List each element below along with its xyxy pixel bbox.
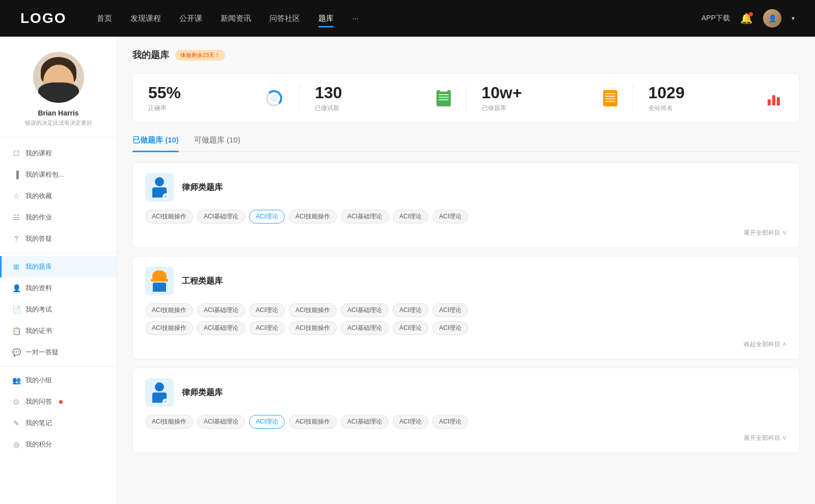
eng-tag-r1-4[interactable]: ACI基础理论 — [341, 303, 389, 317]
question-circle-icon: ? — [12, 235, 20, 243]
eng-tag-r1-6[interactable]: ACI理论 — [432, 303, 468, 317]
nav-home[interactable]: 首页 — [97, 12, 112, 25]
l2-tag-0[interactable]: ACI技能操作 — [145, 415, 193, 429]
app-download-btn[interactable]: APP下载 — [701, 14, 730, 23]
quiz-tags-lawyer-1: ACI技能操作 ACI基础理论 ACI理论 ACI技能操作 ACI基础理论 AC… — [145, 210, 787, 223]
sidebar-item-homework[interactable]: ☷ 我的作业 — [0, 207, 117, 228]
stat-rank: 1029 全站排名 — [633, 84, 799, 113]
nav-more[interactable]: ··· — [352, 12, 359, 25]
eng-tag-r2-0[interactable]: ACI技能操作 — [145, 321, 193, 335]
sidebar-item-1on1[interactable]: 💬 一对一答疑 — [0, 342, 117, 363]
sidebar-item-favorites[interactable]: ☆ 我的收藏 — [0, 185, 117, 207]
l2-tag-3[interactable]: ACI技能操作 — [289, 415, 337, 429]
sidebar: Brian Harris 错误的决定比没有决定要好 ☐ 我的课程 ▐ 我的课程包… — [0, 37, 117, 504]
notification-dot — [749, 12, 753, 16]
avatar-body — [38, 82, 79, 103]
eng-tag-r2-1[interactable]: ACI基础理论 — [197, 321, 245, 335]
quiz-card-lawyer-2-title: 律师类题库 — [182, 387, 223, 398]
sidebar-profile: Brian Harris 错误的决定比没有决定要好 — [0, 52, 117, 137]
eng-tag-r2-4[interactable]: ACI基础理论 — [341, 321, 389, 335]
certificate-icon: 📋 — [12, 327, 20, 335]
nav-news[interactable]: 新闻资讯 — [221, 12, 251, 25]
expand-btn-lawyer-2[interactable]: 展开全部科目 ∨ — [744, 434, 787, 442]
stat-banks-value: 10w+ — [482, 84, 595, 102]
file-icon: ☐ — [12, 149, 20, 157]
header: LOGO 首页 发现课程 公开课 新闻资讯 问答社区 题库 ··· APP下载 … — [0, 0, 815, 37]
tag-1[interactable]: ACI基础理论 — [197, 210, 245, 223]
engineer-icon — [145, 267, 174, 295]
quiz-tags-engineer-row1: ACI技能操作 ACI基础理论 ACI理论 ACI技能操作 ACI基础理论 AC… — [145, 303, 787, 317]
page-body: Brian Harris 错误的决定比没有决定要好 ☐ 我的课程 ▐ 我的课程包… — [0, 37, 815, 504]
sidebar-item-exams[interactable]: 📄 我的考试 — [0, 299, 117, 320]
sidebar-item-profile-data[interactable]: 👤 我的资料 — [0, 277, 117, 299]
sidebar-item-points[interactable]: ◎ 我的积分 — [0, 434, 117, 455]
eng-tag-r1-0[interactable]: ACI技能操作 — [145, 303, 193, 317]
avatar[interactable]: 👤 — [763, 9, 781, 27]
page-header: 我的题库 体验剩余23天！ — [132, 49, 800, 61]
tag-3[interactable]: ACI技能操作 — [289, 210, 337, 223]
tag-0[interactable]: ACI技能操作 — [145, 210, 193, 223]
stat-banks-label: 已做题库 — [482, 104, 595, 113]
quiz-card-engineer-header: 工程类题库 — [145, 267, 787, 295]
profile-avatar — [33, 52, 84, 103]
stat-accuracy: 55% 正确率 — [133, 84, 300, 113]
trial-badge: 体验剩余23天！ — [175, 50, 225, 61]
l2-tag-4[interactable]: ACI基础理论 — [341, 415, 389, 429]
points-icon: ◎ — [12, 440, 20, 449]
profile-name: Brian Harris — [38, 109, 78, 117]
qa-icon: ⊙ — [12, 398, 20, 406]
l2-tag-2-active[interactable]: ACI理论 — [249, 415, 285, 429]
sidebar-menu: ☐ 我的课程 ▐ 我的课程包... ☆ 我的收藏 ☷ 我的作业 ? 我的答疑 ⊞ — [0, 143, 117, 455]
sidebar-item-certificates[interactable]: 📋 我的证书 — [0, 320, 117, 342]
quiz-tags-lawyer-2: ACI技能操作 ACI基础理论 ACI理论 ACI技能操作 ACI基础理论 AC… — [145, 415, 787, 429]
tag-5[interactable]: ACI理论 — [393, 210, 428, 223]
tab-done[interactable]: 已做题库 (10) — [132, 135, 179, 151]
eng-tag-r1-5[interactable]: ACI理论 — [393, 303, 428, 317]
nav-discover[interactable]: 发现课程 — [130, 12, 161, 25]
quiz-card-lawyer-2-footer: 展开全部科目 ∨ — [145, 434, 787, 442]
tag-4[interactable]: ACI基础理论 — [341, 210, 389, 223]
star-icon: ☆ — [12, 192, 20, 200]
notification-bell[interactable]: 🔔 — [740, 12, 753, 24]
tag-2-active[interactable]: ACI理论 — [249, 210, 285, 223]
collapse-btn-engineer[interactable]: 收起全部科目 ∧ — [744, 340, 787, 349]
eng-tag-r1-2[interactable]: ACI理论 — [249, 303, 285, 317]
tag-6[interactable]: ACI理论 — [432, 210, 468, 223]
eng-tag-r2-3[interactable]: ACI技能操作 — [289, 321, 337, 335]
notes-icon — [603, 90, 617, 106]
sidebar-item-answers[interactable]: ? 我的答疑 — [0, 228, 117, 249]
accuracy-donut-chart — [264, 89, 284, 108]
main-nav: 首页 发现课程 公开课 新闻资讯 问答社区 题库 ··· — [97, 12, 701, 25]
stat-accuracy-label: 正确率 — [148, 104, 256, 113]
eng-tag-r1-1[interactable]: ACI基础理论 — [197, 303, 245, 317]
tab-available[interactable]: 可做题库 (10) — [194, 135, 240, 151]
sidebar-divider-2 — [0, 366, 117, 367]
nav-open-course[interactable]: 公开课 — [179, 12, 202, 25]
eng-tag-r1-3[interactable]: ACI技能操作 — [289, 303, 337, 317]
sidebar-item-notes[interactable]: ✎ 我的笔记 — [0, 412, 117, 434]
eng-tag-r2-5[interactable]: ACI理论 — [393, 321, 428, 335]
sidebar-item-groups[interactable]: 👥 我的小组 — [0, 370, 117, 391]
quiz-card-lawyer-1-title: 律师类题库 — [182, 182, 223, 193]
quiz-card-lawyer-1-footer: 展开全部科目 ∨ — [145, 229, 787, 237]
grid-icon: ⊞ — [12, 263, 20, 271]
sidebar-item-qa[interactable]: ⊙ 我的问答 — [0, 391, 117, 412]
eng-tag-r2-2[interactable]: ACI理论 — [249, 321, 285, 335]
svg-point-2 — [270, 95, 278, 102]
homework-icon: ☷ — [12, 213, 20, 221]
expand-btn-lawyer-1[interactable]: 展开全部科目 ∨ — [744, 229, 787, 237]
logo: LOGO — [20, 10, 66, 26]
sidebar-item-course-packages[interactable]: ▐ 我的课程包... — [0, 164, 117, 185]
eng-tag-r2-6[interactable]: ACI理论 — [432, 321, 468, 335]
avatar-dropdown-icon[interactable]: ▾ — [792, 15, 795, 22]
lawyer-icon-1: ✓ — [145, 173, 174, 202]
stat-questions: 130 已做试题 — [300, 84, 466, 113]
l2-tag-6[interactable]: ACI理论 — [432, 415, 468, 429]
sidebar-item-quiz-bank[interactable]: ⊞ 我的题库 — [0, 256, 117, 277]
l2-tag-1[interactable]: ACI基础理论 — [197, 415, 245, 429]
l2-tag-5[interactable]: ACI理论 — [393, 415, 428, 429]
nav-quiz[interactable]: 题库 — [318, 12, 334, 25]
quiz-tags-engineer-row2: ACI技能操作 ACI基础理论 ACI理论 ACI技能操作 ACI基础理论 AC… — [145, 321, 787, 335]
sidebar-item-my-courses[interactable]: ☐ 我的课程 — [0, 143, 117, 164]
nav-qa[interactable]: 问答社区 — [269, 12, 300, 25]
